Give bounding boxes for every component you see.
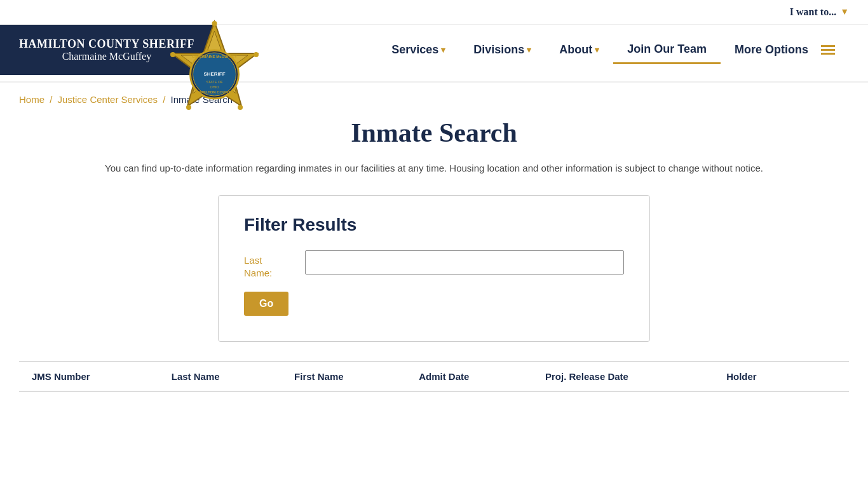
col-holder: Holder [714, 362, 806, 391]
nav-label-about: About [559, 43, 592, 57]
page-title: Inmate Search [19, 118, 849, 148]
chevron-down-icon: ▼ [840, 7, 849, 17]
breadcrumb: Home / Justice Center Services / Inmate … [0, 83, 868, 111]
svg-text:OHIO: OHIO [210, 85, 219, 89]
svg-point-13 [170, 52, 175, 57]
hamburger-icon [815, 39, 841, 61]
top-bar: I want to... ▼ [0, 0, 868, 25]
col-first-name: First Name [281, 362, 406, 391]
nav-label-join: Join Our Team [627, 43, 707, 56]
col-jms-number: JMS Number [19, 362, 159, 391]
filter-row-lastname: Last Name: [244, 250, 624, 279]
nav-item-divisions[interactable]: Divisions ▾ [459, 37, 545, 63]
i-want-to-button[interactable]: I want to... ▼ [790, 6, 849, 18]
breadcrumb-home[interactable]: Home [19, 94, 44, 105]
nav-label-services: Services [391, 43, 438, 57]
nav-item-more[interactable]: More Options [721, 32, 855, 67]
last-name-input[interactable] [305, 250, 624, 274]
col-last-name: Last Name [159, 362, 281, 391]
main-content: Inmate Search You can find up-to-date in… [0, 111, 868, 411]
svg-text:STATE OF: STATE OF [206, 80, 223, 84]
col-admit-date: Admit Date [406, 362, 532, 391]
main-nav: Services ▾ Divisions ▾ About ▾ Join Our … [377, 32, 868, 67]
i-want-to-label: I want to... [790, 6, 836, 18]
nav-item-join[interactable]: Join Our Team [613, 36, 721, 64]
last-name-label: Last Name: [244, 250, 295, 279]
chevron-down-icon: ▾ [527, 45, 531, 55]
chevron-down-icon: ▾ [441, 45, 445, 55]
nav-item-about[interactable]: About ▾ [545, 37, 613, 63]
filter-box: Filter Results Last Name: Go [218, 195, 650, 342]
svg-text:SHERIFF: SHERIFF [203, 71, 225, 77]
col-proj-release-date: Proj. Release Date [532, 362, 714, 391]
breadcrumb-separator-1: / [50, 94, 55, 105]
svg-point-12 [186, 105, 191, 110]
svg-text:CHARMAINE McGUFFEY: CHARMAINE McGUFFEY [192, 55, 237, 58]
svg-point-11 [238, 105, 243, 110]
sheriff-badge: CHARMAINE McGUFFEY HAMILTON COUNTY SHERI… [165, 18, 264, 132]
svg-point-9 [212, 21, 217, 26]
filter-title: Filter Results [244, 215, 624, 235]
go-button[interactable]: Go [244, 292, 288, 316]
page-description: You can find up-to-date information rega… [19, 161, 849, 176]
svg-text:HAMILTON COUNTY: HAMILTON COUNTY [196, 90, 233, 94]
col-extra [806, 362, 849, 391]
site-header: HAMILTON COUNTY SHERIFF Charmaine McGuff… [0, 25, 868, 83]
results-table: JMS Number Last Name First Name Admit Da… [19, 361, 849, 392]
svg-point-10 [254, 52, 259, 57]
nav-item-services[interactable]: Services ▾ [377, 37, 459, 63]
breadcrumb-justice-center[interactable]: Justice Center Services [58, 94, 158, 105]
nav-label-more: More Options [735, 43, 808, 57]
table-header-row: JMS Number Last Name First Name Admit Da… [19, 362, 849, 391]
nav-label-divisions: Divisions [473, 43, 524, 57]
chevron-down-icon: ▾ [595, 45, 599, 55]
